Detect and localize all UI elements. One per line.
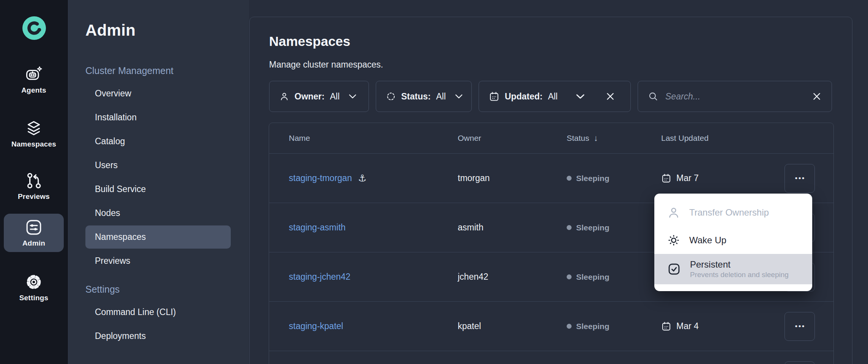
sidebar-title: Admin bbox=[85, 21, 135, 39]
calendar-icon bbox=[661, 173, 671, 183]
status-text: Sleeping bbox=[576, 273, 610, 282]
status-cell: Sleeping bbox=[567, 223, 661, 232]
menu-item-wake-up[interactable]: Wake Up bbox=[654, 226, 812, 254]
admin-sidebar: Admin Cluster Management Overview Instal… bbox=[68, 0, 249, 364]
filter-value: All bbox=[548, 91, 558, 102]
rail-item-admin[interactable]: Admin bbox=[4, 214, 64, 252]
page-subtitle: Manage cluster namespaces. bbox=[269, 60, 383, 70]
rail-item-label: Admin bbox=[22, 239, 45, 247]
rail-item-label: Namespaces bbox=[11, 140, 56, 148]
column-header-status[interactable]: Status↓ bbox=[567, 133, 661, 143]
row-actions-button[interactable]: ••• bbox=[785, 164, 815, 193]
user-icon bbox=[279, 91, 289, 101]
section-label-settings: Settings bbox=[85, 282, 249, 296]
search-input[interactable] bbox=[665, 91, 805, 102]
owner-filter-button[interactable]: Owner: All bbox=[269, 81, 369, 112]
filter-label: Updated: bbox=[505, 91, 543, 102]
calendar-icon bbox=[489, 91, 499, 102]
ellipsis-icon: ••• bbox=[794, 323, 805, 330]
status-dot bbox=[567, 176, 572, 181]
sliders-icon bbox=[25, 218, 43, 236]
updated-cell: Mar 7 bbox=[661, 173, 785, 183]
column-header-last-updated[interactable]: Last Updated bbox=[661, 134, 785, 143]
table-row: staging-kpatel kpatel Sleeping Mar 4 bbox=[269, 301, 833, 351]
row-actions-button[interactable]: ••• bbox=[785, 312, 815, 341]
filter-label: Owner: bbox=[295, 91, 325, 102]
sort-desc-icon: ↓ bbox=[594, 133, 598, 143]
icon-rail: Agents Namespaces Previews bbox=[0, 0, 68, 364]
status-filter-button[interactable]: Status: All bbox=[376, 81, 472, 112]
owner-cell: kpatel bbox=[458, 321, 567, 331]
user-icon bbox=[667, 206, 680, 219]
status-dot bbox=[567, 324, 572, 329]
sidebar-item-overview[interactable]: Overview bbox=[85, 82, 231, 105]
menu-item-label: Persistent bbox=[690, 259, 789, 270]
search-icon bbox=[648, 91, 658, 102]
sidebar-item-deployments[interactable]: Deployments bbox=[85, 325, 231, 348]
chevron-down-icon bbox=[576, 94, 585, 99]
admin-console-screen: { "icons": { "anchor": "⚓", "sort_desc":… bbox=[0, 0, 868, 364]
filter-bar: Owner: All Status: All bbox=[269, 81, 832, 112]
status-text: Sleeping bbox=[576, 174, 610, 183]
filter-label: Status: bbox=[401, 91, 431, 102]
rail-item-settings[interactable]: Settings bbox=[4, 268, 64, 307]
namespaces-panel: Namespaces Manage cluster namespaces. Ow… bbox=[249, 17, 852, 364]
column-header-owner[interactable]: Owner bbox=[458, 134, 567, 143]
dashed-circle-icon bbox=[386, 91, 396, 101]
page-title: Namespaces bbox=[269, 34, 350, 49]
owner-cell: tmorgan bbox=[458, 173, 567, 183]
clear-search-button[interactable] bbox=[812, 91, 822, 101]
menu-item-subtitle: Prevents deletion and sleeping bbox=[690, 271, 789, 279]
namespace-link[interactable]: staging-jchen42 bbox=[289, 272, 350, 282]
status-cell: Sleeping bbox=[567, 322, 661, 331]
anchor-icon: ⚓ bbox=[358, 173, 366, 184]
row-context-menu: Transfer Ownership Wake Up Persistent Pr… bbox=[654, 194, 812, 291]
status-cell: Sleeping bbox=[567, 273, 661, 282]
menu-item-persistent[interactable]: Persistent Prevents deletion and sleepin… bbox=[654, 254, 812, 284]
chevron-down-icon bbox=[349, 94, 356, 99]
status-cell: Sleeping bbox=[567, 174, 661, 183]
menu-item-label: Wake Up bbox=[689, 235, 726, 246]
sidebar-item-nodes[interactable]: Nodes bbox=[85, 202, 231, 225]
rail-item-label: Previews bbox=[18, 192, 50, 201]
sidebar-item-build-service[interactable]: Build Service bbox=[85, 178, 231, 201]
namespace-link[interactable]: staging-asmith bbox=[289, 222, 346, 233]
sidebar-item-catalog[interactable]: Catalog bbox=[85, 130, 231, 153]
row-actions-button[interactable]: ••• bbox=[785, 361, 815, 364]
column-header-name[interactable]: Name bbox=[289, 134, 458, 143]
gear-icon bbox=[25, 273, 43, 291]
rail-item-previews[interactable]: Previews bbox=[4, 167, 64, 205]
menu-item-transfer-ownership: Transfer Ownership bbox=[654, 199, 812, 226]
status-text: Sleeping bbox=[576, 322, 610, 331]
sidebar-item-previews[interactable]: Previews bbox=[85, 249, 231, 273]
sidebar-item-users[interactable]: Users bbox=[85, 154, 231, 177]
status-dot bbox=[567, 274, 572, 279]
logo-icon bbox=[22, 16, 46, 40]
checkbox-checked-icon bbox=[667, 262, 681, 276]
namespace-link[interactable]: staging-tmorgan bbox=[289, 173, 352, 183]
owner-cell: asmith bbox=[458, 222, 567, 233]
search-box bbox=[638, 81, 832, 112]
status-text: Sleeping bbox=[576, 223, 610, 232]
app-logo[interactable] bbox=[0, 16, 68, 40]
rail-item-namespaces[interactable]: Namespaces bbox=[4, 115, 64, 153]
clear-updated-filter-button[interactable] bbox=[605, 91, 615, 101]
sidebar-item-installation[interactable]: Installation bbox=[85, 106, 231, 129]
menu-item-label: Transfer Ownership bbox=[689, 207, 769, 218]
table-header-row: Name Owner Status↓ Last Updated bbox=[269, 123, 833, 153]
rail-item-agents[interactable]: Agents bbox=[4, 61, 64, 99]
sidebar-item-namespaces[interactable]: Namespaces bbox=[85, 225, 231, 249]
updated-cell: Mar 4 bbox=[661, 321, 785, 331]
section-label-cluster-management: Cluster Management bbox=[85, 64, 249, 77]
updated-filter-button[interactable]: Updated: All bbox=[479, 81, 631, 112]
robot-sparkle-icon bbox=[25, 65, 43, 84]
namespace-link[interactable]: staging-kpatel bbox=[289, 321, 343, 331]
table-row: ••• bbox=[269, 351, 833, 364]
sidebar-item-command-line[interactable]: Command Line (CLI) bbox=[85, 301, 231, 324]
pull-request-icon bbox=[25, 172, 43, 190]
layers-icon bbox=[25, 119, 43, 137]
rail-item-label: Agents bbox=[21, 86, 46, 95]
sun-icon bbox=[667, 234, 680, 247]
ellipsis-icon: ••• bbox=[794, 175, 805, 182]
owner-cell: jchen42 bbox=[458, 272, 567, 282]
